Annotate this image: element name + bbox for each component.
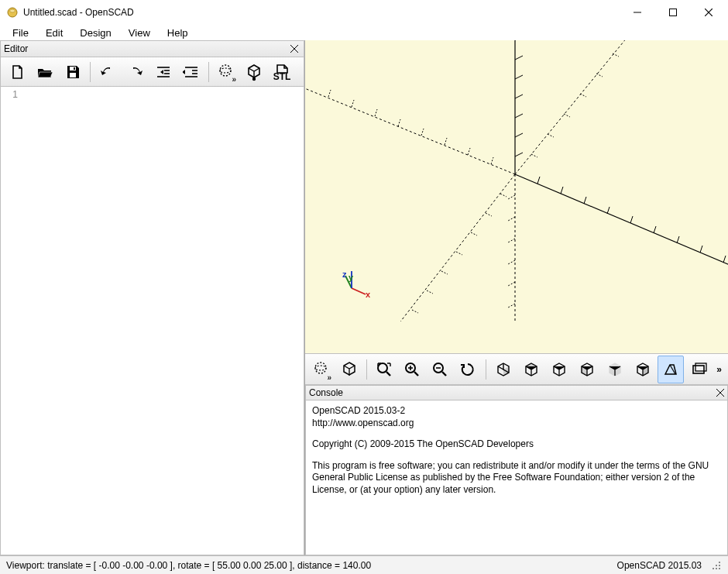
svg-line-59	[486, 213, 492, 216]
svg-line-40	[654, 226, 656, 233]
window-buttons	[620, 1, 726, 24]
svg-point-19	[220, 68, 231, 73]
titlebar: Untitled.scad - OpenSCAD	[0, 0, 728, 25]
reset-view-button[interactable]	[455, 356, 481, 383]
view-front-button[interactable]	[602, 356, 628, 383]
svg-line-33	[515, 56, 523, 60]
svg-line-62	[441, 271, 448, 274]
svg-line-48	[398, 119, 400, 126]
close-button[interactable]	[691, 1, 726, 24]
svg-point-75	[315, 366, 326, 370]
svg-line-79	[414, 372, 418, 376]
toolbar-separator	[208, 62, 209, 82]
view-left-button[interactable]	[574, 356, 600, 383]
console-line: http://www.openscad.org	[312, 418, 721, 430]
status-version: OpenSCAD 2015.03	[617, 560, 702, 571]
svg-rect-2	[670, 9, 677, 16]
view-back-button[interactable]	[630, 356, 656, 383]
svg-line-52	[508, 195, 515, 199]
code-area[interactable]	[22, 87, 304, 555]
svg-line-58	[500, 194, 507, 197]
preview-view-button[interactable]: »	[308, 356, 335, 383]
console-close-icon[interactable]	[716, 389, 724, 397]
svg-line-49	[375, 109, 377, 116]
undo-button[interactable]	[94, 59, 121, 85]
new-button[interactable]	[4, 59, 30, 85]
menu-view[interactable]: View	[121, 26, 158, 40]
editor-header: Editor	[0, 40, 304, 57]
console-body[interactable]: OpenSCAD 2015.03-2 http://www.openscad.o…	[305, 400, 728, 555]
menu-design[interactable]: Design	[72, 26, 118, 40]
resize-grip-icon[interactable]	[711, 560, 722, 571]
zoom-fit-button[interactable]	[371, 356, 397, 383]
svg-line-46	[445, 138, 447, 145]
svg-line-38	[607, 207, 610, 214]
svg-rect-86	[693, 366, 704, 373]
redo-button[interactable]	[122, 59, 149, 85]
toolbar-separator	[486, 359, 486, 380]
view-top-button[interactable]	[518, 356, 544, 383]
svg-line-25	[305, 79, 515, 174]
svg-line-83	[442, 372, 446, 376]
render-view-button[interactable]	[336, 356, 362, 383]
perspective-button[interactable]	[658, 356, 684, 383]
svg-line-70	[613, 53, 619, 57]
viewport-3d[interactable]: z y x	[305, 40, 728, 354]
open-button[interactable]	[32, 59, 58, 85]
svg-line-68	[580, 94, 586, 97]
svg-line-42	[700, 246, 702, 253]
minimize-button[interactable]	[620, 1, 655, 24]
svg-line-28	[515, 153, 523, 156]
save-button[interactable]	[60, 59, 86, 85]
preview-button[interactable]: »	[213, 59, 239, 85]
zoom-in-button[interactable]	[399, 356, 425, 383]
svg-line-27	[515, 40, 669, 174]
svg-point-18	[220, 65, 231, 76]
svg-rect-94	[716, 568, 717, 569]
editor-close-icon[interactable]	[288, 43, 300, 55]
view-right-button[interactable]	[489, 356, 516, 383]
svg-line-65	[531, 154, 537, 157]
svg-line-77	[386, 372, 390, 376]
toolbar-overflow-icon[interactable]: »	[713, 364, 725, 375]
svg-text:STL: STL	[273, 71, 291, 81]
svg-rect-8	[70, 73, 76, 77]
svg-line-36	[561, 187, 563, 194]
svg-line-56	[508, 282, 515, 286]
export-stl-button[interactable]: STL	[269, 59, 295, 85]
indent-button[interactable]	[178, 59, 204, 85]
svg-line-57	[508, 304, 515, 308]
app-icon	[6, 6, 19, 19]
svg-rect-90	[719, 562, 720, 563]
svg-line-55	[508, 260, 515, 264]
axis-label-z: z	[342, 270, 347, 279]
svg-point-20	[252, 77, 256, 80]
svg-line-60	[471, 232, 477, 235]
svg-line-47	[421, 129, 424, 136]
svg-line-54	[508, 239, 515, 242]
orthographic-button[interactable]	[685, 356, 712, 383]
svg-line-51	[328, 90, 331, 97]
svg-line-50	[352, 100, 354, 107]
render-button[interactable]	[241, 59, 267, 85]
svg-line-35	[537, 177, 540, 184]
svg-line-44	[491, 157, 493, 164]
unindent-button[interactable]	[150, 59, 177, 85]
menu-help[interactable]: Help	[160, 26, 196, 40]
svg-line-43	[723, 256, 726, 263]
menu-file[interactable]: File	[5, 26, 36, 40]
axis-label-x: x	[366, 290, 370, 299]
axis-label-y: y	[349, 273, 353, 282]
svg-line-71	[352, 288, 366, 294]
view-bottom-button[interactable]	[546, 356, 572, 383]
console-header: Console	[305, 385, 728, 400]
viewport-toolbar: »	[305, 354, 728, 385]
line-number: 1	[1, 89, 18, 100]
console-header-label: Console	[309, 387, 343, 398]
menu-edit[interactable]: Edit	[38, 26, 70, 40]
editor-body: 1	[0, 87, 304, 555]
maximize-button[interactable]	[655, 1, 691, 24]
svg-rect-87	[695, 363, 706, 371]
line-gutter: 1	[1, 87, 22, 555]
zoom-out-button[interactable]	[427, 356, 453, 383]
